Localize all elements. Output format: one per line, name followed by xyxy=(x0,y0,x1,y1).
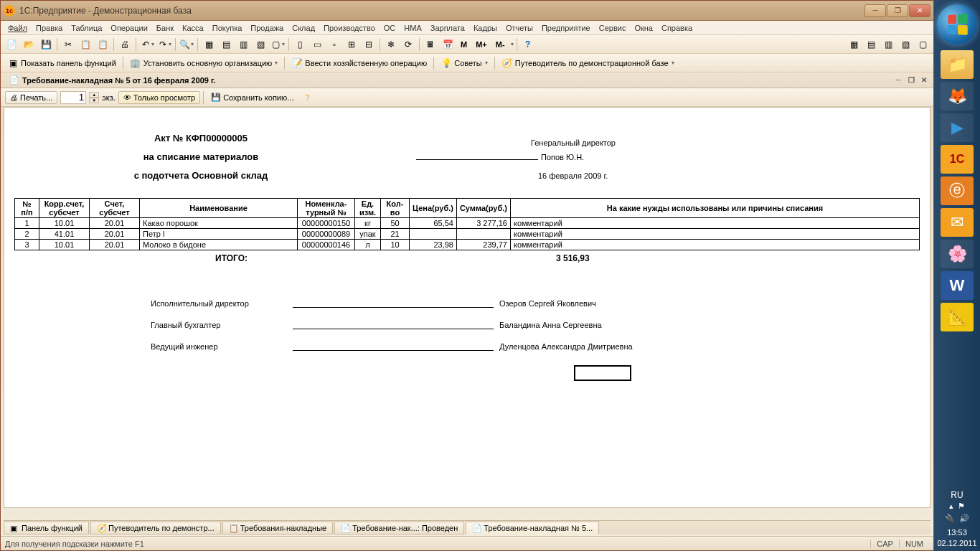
start-button[interactable] xyxy=(937,4,977,44)
tb-btn-14[interactable]: 📅 xyxy=(440,37,456,52)
doc-close-button[interactable]: ✕ xyxy=(918,75,930,86)
enter-op-button[interactable]: 📝Ввести хозяйственную операцию xyxy=(288,55,430,71)
copies-input[interactable] xyxy=(60,91,86,104)
task-app-orange[interactable]: ⓔ xyxy=(941,176,974,205)
tb-right-3[interactable]: ▥ xyxy=(880,37,896,52)
tb-btn-1[interactable]: ▦ xyxy=(201,37,217,52)
floppy-icon: 💾 xyxy=(40,39,52,50)
tb-right-1[interactable]: ▦ xyxy=(846,37,862,52)
tb-btn-12[interactable]: ⟳ xyxy=(400,37,416,52)
maximize-button[interactable]: ❐ xyxy=(887,4,908,17)
horizontal-scrollbar[interactable] xyxy=(4,507,930,519)
close-button[interactable]: ✕ xyxy=(909,4,930,17)
new-file-icon: 📄 xyxy=(6,39,17,50)
paste-button[interactable]: 📋 xyxy=(95,37,110,52)
menu-service[interactable]: Сервис xyxy=(595,22,631,34)
menu-operations[interactable]: Операции xyxy=(106,22,151,34)
copy-button[interactable]: 📋 xyxy=(77,37,93,52)
show-panel-button[interactable]: ▣Показать панель функций xyxy=(4,55,120,71)
set-org-button[interactable]: 🏢Установить основную организацию▾ xyxy=(126,55,282,71)
tb-btn-6[interactable]: ▯ xyxy=(292,37,308,52)
doc-tab-icon: 📄 xyxy=(341,524,349,532)
wintab-list[interactable]: 📋Требования-накладные xyxy=(222,522,334,534)
wintab-panel[interactable]: ▣Панель функций xyxy=(4,522,89,534)
open-button[interactable]: 📂 xyxy=(21,37,37,52)
task-explorer[interactable]: 📁 xyxy=(941,50,974,79)
doc-minimize-button[interactable]: ─ xyxy=(892,75,905,86)
tb-btn-11[interactable]: ❄ xyxy=(383,37,399,52)
print-action-button[interactable]: 🖨Печать... xyxy=(5,91,57,104)
copies-spinner[interactable]: ▲▼ xyxy=(89,92,99,103)
tb-btn-4[interactable]: ▧ xyxy=(253,37,268,52)
undo-button[interactable]: ↶▾ xyxy=(139,37,155,52)
tray-up-icon[interactable]: ▴ xyxy=(949,501,953,511)
task-word[interactable]: W xyxy=(941,271,974,300)
tb-right-4[interactable]: ▧ xyxy=(897,37,913,52)
menu-help[interactable]: Справка xyxy=(657,22,697,34)
task-1c[interactable]: 1C xyxy=(941,145,974,174)
doc-restore-button[interactable]: ❐ xyxy=(905,75,918,86)
tb-btn-3[interactable]: ▥ xyxy=(235,37,251,52)
menu-reports[interactable]: Отчеты xyxy=(501,22,537,34)
find-button[interactable]: 🔍▾ xyxy=(179,37,194,52)
signature-name: Баландина Анна Сергеевна xyxy=(499,321,602,329)
memory-mplus[interactable]: M+ xyxy=(472,38,491,51)
document-area[interactable]: Акт № КФП00000005 на списание материалов… xyxy=(4,107,930,519)
cut-button[interactable]: ✂ xyxy=(60,37,76,52)
tb-btn-7[interactable]: ▭ xyxy=(309,37,325,52)
tray-volume-icon[interactable]: 🔊 xyxy=(959,514,969,523)
menu-windows[interactable]: Окна xyxy=(630,22,657,34)
spinner-up[interactable]: ▲ xyxy=(89,92,99,98)
document-content: Акт № КФП00000005 на списание материалов… xyxy=(4,108,930,402)
task-icq[interactable]: 🌸 xyxy=(941,240,974,268)
save-button[interactable]: 💾 xyxy=(38,37,54,52)
tb-btn-2[interactable]: ▤ xyxy=(218,37,234,52)
menu-warehouse[interactable]: Склад xyxy=(288,22,319,34)
tray-power-icon[interactable]: 🔌 xyxy=(945,514,955,523)
wintab-doc1[interactable]: 📄Требование-нак...: Проведен xyxy=(334,522,464,534)
wintab-doc2-active[interactable]: 📄Требование-накладная № 5... xyxy=(466,522,599,534)
help-button[interactable]: ? xyxy=(520,37,536,52)
task-outlook[interactable]: ✉ xyxy=(941,208,974,237)
menu-table[interactable]: Таблица xyxy=(67,22,106,34)
menu-cash[interactable]: Касса xyxy=(178,22,208,34)
menu-sale[interactable]: Продажа xyxy=(246,22,288,34)
menu-file[interactable]: Файл xyxy=(4,22,32,34)
clock[interactable]: 13:53 02.12.2011 xyxy=(937,527,976,548)
spinner-down[interactable]: ▼ xyxy=(89,98,99,103)
tb-btn-8[interactable]: ▫ xyxy=(326,37,342,52)
tb-btn-9[interactable]: ⊞ xyxy=(344,37,359,52)
tb-btn-13[interactable]: 🖩 xyxy=(423,37,438,52)
save-copy-button[interactable]: 💾Сохранить копию... xyxy=(207,91,298,103)
help-round-button[interactable]: ? xyxy=(301,92,314,103)
task-mediaplayer[interactable]: ▶ xyxy=(941,113,974,142)
menu-os[interactable]: ОС xyxy=(380,22,400,34)
menu-bank[interactable]: Банк xyxy=(152,22,178,34)
tb-btn-10[interactable]: ⊟ xyxy=(361,37,377,52)
document-tab[interactable]: 📄 Требование-накладная № 5 от 16 февраля… xyxy=(4,74,222,86)
menu-staff[interactable]: Кадры xyxy=(469,22,501,34)
menu-enterprise[interactable]: Предприятие xyxy=(537,22,595,34)
language-indicator[interactable]: RU xyxy=(951,490,963,500)
menu-salary[interactable]: Зарплата xyxy=(426,22,469,34)
memory-m[interactable]: M xyxy=(457,38,471,51)
menu-nma[interactable]: НМА xyxy=(400,22,425,34)
new-button[interactable]: 📄 xyxy=(4,37,19,52)
task-compass[interactable]: 📐 xyxy=(941,303,974,331)
tray-flag-icon[interactable]: ⚑ xyxy=(958,501,965,511)
tb-right-5[interactable]: ▢ xyxy=(915,37,930,52)
menu-production[interactable]: Производство xyxy=(319,22,380,34)
print-button[interactable]: 🖨 xyxy=(117,37,133,52)
tb-btn-5[interactable]: ▢▾ xyxy=(270,37,286,52)
task-firefox[interactable]: 🦊 xyxy=(941,82,974,110)
minimize-button[interactable]: ─ xyxy=(864,4,886,17)
redo-button[interactable]: ↷▾ xyxy=(156,37,172,52)
menu-edit[interactable]: Правка xyxy=(32,22,67,34)
tb-right-2[interactable]: ▤ xyxy=(863,37,879,52)
view-only-button[interactable]: 👁Только просмотр xyxy=(118,91,200,104)
tips-button[interactable]: 💡Советы▾ xyxy=(437,55,491,71)
memory-mminus[interactable]: M- xyxy=(492,38,509,51)
wintab-guide[interactable]: 🧭Путеводитель по демонстр... xyxy=(90,522,221,534)
guide-button[interactable]: 🧭Путеводитель по демонстрационной базе▾ xyxy=(498,55,678,71)
menu-purchase[interactable]: Покупка xyxy=(208,22,247,34)
